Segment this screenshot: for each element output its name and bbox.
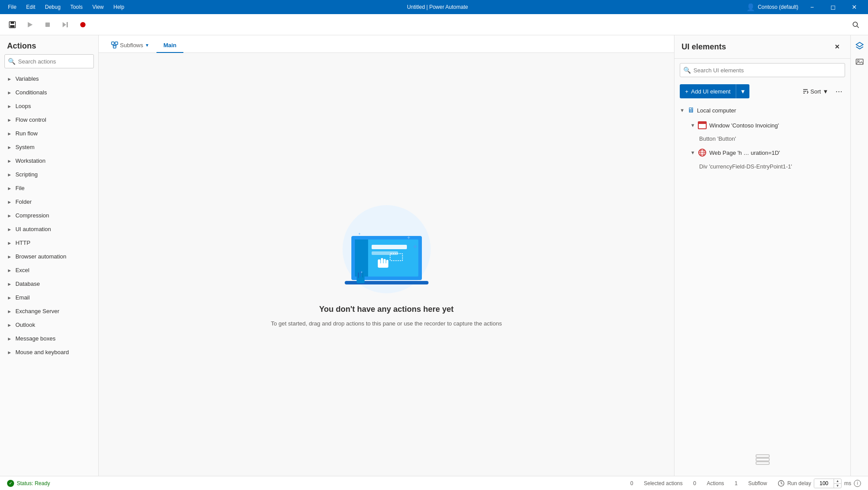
- action-item-http[interactable]: ► HTTP: [0, 236, 98, 250]
- chevron-right-icon: ►: [7, 90, 12, 95]
- action-item-scripting[interactable]: ► Scripting: [0, 168, 98, 181]
- svg-rect-11: [115, 42, 118, 45]
- menu-help[interactable]: Help: [109, 2, 129, 12]
- add-ui-element-dropdown[interactable]: ▼: [736, 84, 749, 98]
- tree-item-webpage[interactable]: ▼ Web Page 'h … uration=1D': [674, 145, 850, 161]
- svg-point-8: [853, 22, 857, 26]
- search-toolbar-button[interactable]: [849, 18, 863, 32]
- action-item-excel[interactable]: ► Excel: [0, 263, 98, 277]
- action-item-file[interactable]: ► File: [0, 181, 98, 195]
- run-delay-input[interactable]: [814, 479, 834, 488]
- sort-chevron-icon: ▼: [823, 88, 828, 95]
- sort-controls: Sort ▼ ⋯: [800, 85, 845, 97]
- action-item-loops[interactable]: ► Loops: [0, 99, 98, 113]
- action-item-workstation[interactable]: ► Workstation: [0, 154, 98, 168]
- record-button[interactable]: [76, 18, 90, 32]
- tree-child-div[interactable]: Div 'currencyField-DS-EntryPoint1-1': [674, 161, 850, 172]
- ui-search-icon: 🔍: [683, 67, 691, 74]
- svg-rect-48: [756, 455, 769, 457]
- window-item-label: Window 'Contoso Invoicing': [709, 122, 779, 129]
- ui-elements-search-input[interactable]: [680, 63, 845, 77]
- svg-rect-2: [10, 25, 15, 27]
- svg-rect-47: [756, 458, 769, 461]
- menu-tools[interactable]: Tools: [66, 2, 87, 12]
- computer-icon: 🖥: [687, 106, 694, 114]
- menu-edit[interactable]: Edit: [22, 2, 40, 12]
- minimize-button[interactable]: −: [802, 0, 822, 14]
- button-item-label: Button 'Button': [699, 135, 736, 142]
- tree-item-window[interactable]: ▼ Window 'Contoso Invoicing': [674, 118, 850, 133]
- menu-file[interactable]: File: [4, 2, 21, 12]
- status-ready: ✓ Status: Ready: [7, 480, 50, 487]
- ui-elements-panel: UI elements ✕ 🔍 + Add UI element ▼: [674, 35, 850, 476]
- add-ui-element-button[interactable]: + Add UI element ▼: [680, 84, 749, 98]
- run-delay-increment[interactable]: ▲: [834, 479, 841, 483]
- layers-sidebar-icon: [855, 41, 864, 50]
- action-item-ui-automation[interactable]: ► UI automation: [0, 222, 98, 236]
- app-body: Actions 🔍 ► Variables ► Conditionals ► L…: [0, 14, 868, 490]
- panel-close-button[interactable]: ✕: [831, 41, 843, 53]
- window-icon: [698, 121, 707, 129]
- menu-debug[interactable]: Debug: [41, 2, 65, 12]
- chevron-right-icon: ►: [7, 350, 12, 355]
- svg-rect-51: [856, 59, 863, 64]
- action-item-conditionals[interactable]: ► Conditionals: [0, 86, 98, 99]
- more-options-button[interactable]: ⋯: [833, 85, 845, 97]
- action-item-variables[interactable]: ► Variables: [0, 72, 98, 86]
- search-input[interactable]: [4, 54, 94, 68]
- svg-marker-3: [28, 22, 33, 27]
- chevron-down-icon: ▼: [680, 108, 685, 113]
- add-ui-element-row: + Add UI element ▼ Sort ▼: [674, 82, 850, 103]
- tree-child-button[interactable]: Button 'Button': [674, 133, 850, 145]
- svg-marker-5: [63, 22, 66, 27]
- panel-header-controls: ✕: [831, 41, 843, 53]
- stop-button[interactable]: [41, 18, 55, 32]
- menu-view[interactable]: View: [88, 2, 108, 12]
- run-delay-unit: ms: [844, 480, 851, 486]
- chevron-right-icon: ►: [7, 254, 12, 259]
- actions-list: ► Variables ► Conditionals ► Loops ► Flo…: [0, 72, 98, 476]
- sidebar-icon-image[interactable]: [853, 55, 867, 69]
- actions-label: Actions: [707, 480, 724, 486]
- action-item-folder[interactable]: ► Folder: [0, 195, 98, 209]
- sort-button[interactable]: Sort ▼: [800, 86, 831, 97]
- action-item-message-boxes[interactable]: ► Message boxes: [0, 332, 98, 345]
- status-check-icon: ✓: [7, 480, 14, 487]
- svg-rect-1: [11, 22, 14, 24]
- chevron-right-icon: ►: [7, 131, 12, 136]
- ui-elements-tree: ▼ 🖥 Local computer ▼ Window 'Contoso Inv…: [674, 103, 850, 441]
- action-item-flow-control[interactable]: ► Flow control: [0, 113, 98, 127]
- svg-rect-41: [698, 122, 706, 124]
- action-item-email[interactable]: ► Email: [0, 291, 98, 304]
- maximize-button[interactable]: ◻: [823, 0, 843, 14]
- action-item-database[interactable]: ► Database: [0, 277, 98, 291]
- subflow-label: Subflow: [748, 480, 767, 486]
- run-delay-input-container: ▲ ▼: [814, 479, 842, 488]
- flow-editor: Subflows ▼ Main: [99, 35, 674, 476]
- tab-subflows[interactable]: Subflows ▼: [104, 38, 156, 53]
- chevron-right-icon: ►: [7, 309, 12, 314]
- action-item-outlook[interactable]: ► Outlook: [0, 318, 98, 332]
- step-button[interactable]: [58, 18, 72, 32]
- tab-main[interactable]: Main: [156, 38, 184, 53]
- run-button[interactable]: [23, 18, 37, 32]
- flow-tabs: Subflows ▼ Main: [99, 35, 674, 53]
- sort-icon: [802, 88, 808, 94]
- close-button[interactable]: ✕: [844, 0, 864, 14]
- action-item-system[interactable]: ► System: [0, 140, 98, 154]
- action-item-browser-automation[interactable]: ► Browser automation: [0, 250, 98, 263]
- actions-search-container: 🔍: [4, 54, 94, 68]
- action-item-mouse-keyboard[interactable]: ► Mouse and keyboard: [0, 345, 98, 359]
- tab-main-label: Main: [164, 42, 177, 49]
- save-button[interactable]: [5, 18, 19, 32]
- flow-content: ✦ ✦ ✦ ✦ You don't have any actions here …: [99, 53, 674, 476]
- account-info[interactable]: 👤 Contoso (default): [746, 3, 798, 11]
- sidebar-icon-layers[interactable]: [853, 39, 867, 53]
- run-delay-decrement[interactable]: ▼: [834, 483, 841, 488]
- action-item-compression[interactable]: ► Compression: [0, 209, 98, 222]
- tree-group-local-computer[interactable]: ▼ 🖥 Local computer: [674, 103, 850, 118]
- run-delay-info-icon[interactable]: i: [854, 480, 861, 487]
- action-item-exchange-server[interactable]: ► Exchange Server: [0, 304, 98, 318]
- action-item-run-flow[interactable]: ► Run flow: [0, 127, 98, 140]
- right-sidebar: [850, 35, 868, 476]
